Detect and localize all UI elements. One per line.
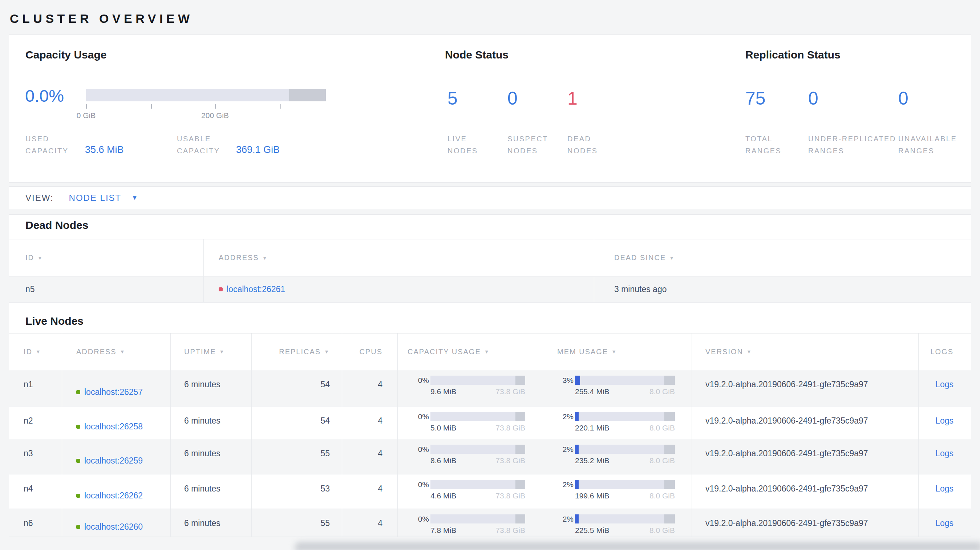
memory-usage-bar	[575, 445, 675, 454]
node-address-link[interactable]: localhost:26258	[84, 422, 143, 432]
column-header-id[interactable]: ID▼	[9, 239, 204, 276]
view-dropdown[interactable]: NODE LIST	[69, 193, 122, 203]
page-bottom-shadow	[295, 542, 980, 550]
total-ranges-label: TOTAL RANGES	[745, 126, 800, 157]
memory-total-value: 8.0 GiB	[649, 387, 675, 396]
capacity-usage-cap-segment	[515, 445, 525, 454]
column-header-id[interactable]: ID▼	[9, 334, 62, 370]
memory-usage-percent: 2%	[555, 412, 574, 421]
logs-link[interactable]: Logs	[935, 416, 953, 425]
suspect-nodes-count: 0	[508, 88, 518, 109]
memory-usage-cap-segment	[664, 376, 675, 385]
node-address-cell: localhost:26257	[62, 370, 171, 406]
version-cell: v19.2.0-alpha.20190606-2491-gfe735c9a97	[692, 509, 919, 537]
node-address-cell: localhost:26262	[62, 474, 171, 509]
capacity-used-value: 8.6 MiB	[430, 456, 456, 465]
memory-usage-labels: 235.2 MiB8.0 GiB	[575, 456, 675, 465]
memory-usage-cap-segment	[664, 514, 675, 523]
node-address-link[interactable]: localhost:26259	[84, 456, 143, 466]
memory-usage-fill	[575, 480, 579, 489]
version-cell: v19.2.0-alpha.20190606-2491-gfe735c9a97	[692, 370, 919, 406]
summary-panel: Capacity Usage 0.0% 0 GiB 200 GiB USED C…	[9, 35, 971, 183]
sort-desc-icon: ▼	[746, 349, 752, 354]
memory-usage-cell: 2%225.5 MiB8.0 GiB	[542, 509, 692, 537]
uptime-cell: 6 minutes	[171, 439, 252, 474]
memory-total-value: 8.0 GiB	[649, 491, 675, 500]
unavailable-ranges-count: 0	[898, 88, 908, 109]
used-capacity-value: 35.6 MiB	[85, 144, 124, 156]
live-node-dot-icon	[76, 390, 80, 394]
column-header-version[interactable]: VERSION▼	[692, 334, 919, 370]
column-header-dead-since[interactable]: DEAD SINCE▼	[594, 239, 971, 276]
under-replicated-ranges-count: 0	[808, 88, 818, 109]
logs-link[interactable]: Logs	[935, 449, 953, 458]
logs-cell: Logs	[919, 439, 971, 474]
capacity-total-value: 73.8 GiB	[495, 424, 525, 432]
gauge-tick	[86, 104, 87, 109]
logs-cell: Logs	[919, 370, 971, 406]
dropdown-caret-icon[interactable]: ▼	[132, 194, 138, 202]
memory-usage-cell: 2%199.6 MiB8.0 GiB	[542, 474, 692, 509]
column-header-label: ID	[24, 348, 32, 356]
memory-usage-labels: 199.6 MiB8.0 GiB	[575, 491, 675, 500]
memory-used-value: 225.5 MiB	[575, 526, 609, 535]
replication-status-title: Replication Status	[745, 49, 840, 61]
capacity-usage-percent: 0%	[411, 515, 429, 523]
dead-node-address-link[interactable]: localhost:26261	[227, 285, 285, 294]
usable-capacity-label: USABLE CAPACITY	[177, 126, 237, 157]
memory-usage-meter: 2%	[555, 480, 675, 489]
capacity-usage-labels: 7.8 MiB73.8 GiB	[430, 526, 525, 535]
column-header-label: ADDRESS	[76, 348, 116, 356]
sort-desc-icon: ▼	[484, 349, 490, 354]
capacity-used-value: 4.6 MiB	[430, 491, 456, 500]
column-header-mem-usage[interactable]: MEM USAGE▼	[542, 334, 692, 370]
replicas-cell: 55	[252, 509, 342, 537]
dead-node-dot-icon	[219, 287, 223, 291]
memory-usage-cap-segment	[664, 412, 675, 421]
sort-desc-icon: ▼	[37, 255, 43, 261]
memory-used-value: 235.2 MiB	[575, 456, 609, 465]
memory-usage-fill	[575, 376, 580, 385]
dead-node-address-cell: localhost:26261	[204, 277, 594, 302]
node-address-cell: localhost:26259	[62, 439, 171, 474]
capacity-usage-meter: 0%	[411, 412, 525, 421]
node-address-link[interactable]: localhost:26260	[84, 522, 143, 532]
memory-total-value: 8.0 GiB	[649, 526, 675, 535]
uptime-cell: 6 minutes	[171, 407, 252, 439]
capacity-usage-percent: 0%	[411, 480, 429, 489]
column-header-address[interactable]: ADDRESS▼	[204, 239, 594, 276]
replicas-cell: 54	[252, 370, 342, 406]
uptime-cell: 6 minutes	[171, 509, 252, 537]
column-header-address[interactable]: ADDRESS▼	[62, 334, 171, 370]
memory-usage-bar	[575, 412, 675, 421]
capacity-usage-cap-segment	[515, 412, 525, 421]
column-header-uptime[interactable]: UPTIME▼	[171, 334, 252, 370]
live-nodes-section-title: Live Nodes	[25, 315, 84, 327]
capacity-usage-bar	[430, 445, 525, 454]
memory-usage-meter: 2%	[555, 514, 675, 523]
column-header-replicas[interactable]: REPLICAS▼	[252, 334, 342, 370]
capacity-usage-cell: 0%4.6 MiB73.8 GiB	[398, 474, 542, 509]
logs-link[interactable]: Logs	[935, 380, 953, 389]
replicas-cell: 54	[252, 407, 342, 439]
column-header-capacity-usage[interactable]: CAPACITY USAGE▼	[398, 334, 542, 370]
memory-usage-bar	[575, 514, 675, 523]
memory-usage-cell: 3%255.4 MiB8.0 GiB	[542, 370, 692, 406]
replicas-cell: 53	[252, 474, 342, 509]
capacity-total-value: 73.8 GiB	[495, 526, 525, 535]
memory-usage-fill	[575, 412, 579, 421]
live-node-row: n3localhost:262596 minutes5540%8.6 MiB73…	[9, 439, 971, 474]
capacity-usage-labels: 5.0 MiB73.8 GiB	[430, 424, 525, 432]
node-address-link[interactable]: localhost:26262	[84, 491, 143, 501]
logs-link[interactable]: Logs	[935, 484, 953, 493]
dead-nodes-section-title: Dead Nodes	[25, 219, 88, 231]
memory-usage-cell: 2%220.1 MiB8.0 GiB	[542, 407, 692, 439]
under-replicated-ranges-label: UNDER-REPLICATED RANGES	[808, 126, 898, 157]
live-nodes-table: ID▼ADDRESS▼UPTIME▼REPLICAS▼CPUSCAPACITY …	[9, 333, 971, 537]
memory-usage-cell: 2%235.2 MiB8.0 GiB	[542, 439, 692, 474]
logs-cell: Logs	[919, 509, 971, 537]
logs-link[interactable]: Logs	[935, 518, 953, 528]
node-address-link[interactable]: localhost:26257	[84, 387, 143, 397]
version-cell: v19.2.0-alpha.20190606-2491-gfe735c9a97	[692, 439, 919, 474]
dead-nodes-table: ID▼ADDRESS▼DEAD SINCE▼ n5localhost:26261…	[9, 239, 971, 303]
